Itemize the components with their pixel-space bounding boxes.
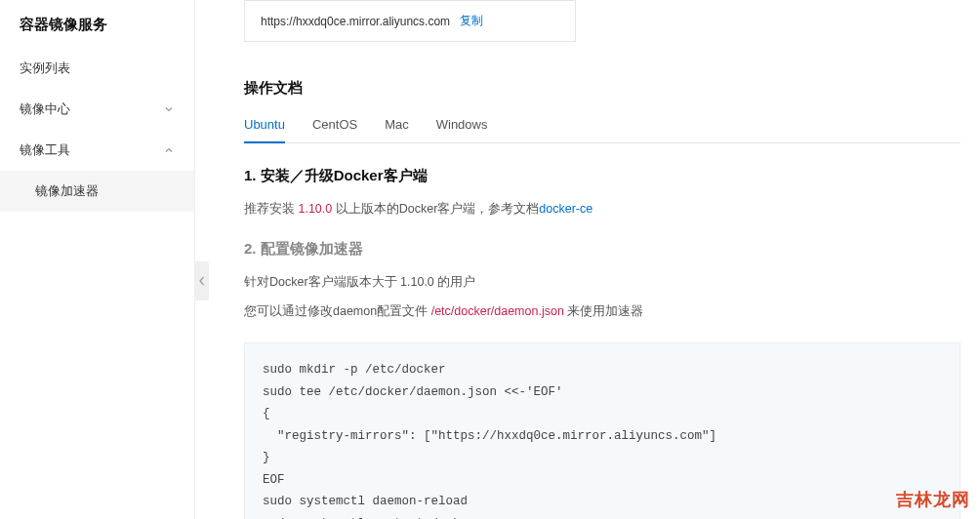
chevron-down-icon [163,103,175,115]
sidebar-item-image-center[interactable]: 镜像中心 [0,89,194,130]
version-text: 1.10.0 [298,202,332,216]
sidebar-sub-accelerator[interactable]: 镜像加速器 [0,171,194,212]
sidebar-item-label: 镜像中心 [20,100,70,118]
sidebar-title: 容器镜像服务 [0,0,194,48]
step1-desc: 推荐安装 1.10.0 以上版本的Docker客户端，参考文档docker-ce [244,199,960,219]
sidebar-item-image-tools[interactable]: 镜像工具 [0,130,194,171]
sidebar-collapse-handle[interactable] [195,261,209,300]
sidebar-item-instances[interactable]: 实例列表 [0,48,194,89]
tab-ubuntu[interactable]: Ubuntu [244,109,285,143]
mirror-url-text: https://hxxdq0ce.mirror.aliyuncs.com [261,15,450,28]
sidebar: 容器镜像服务 实例列表 镜像中心 镜像工具 镜像加速器 [0,0,195,519]
mirror-url-box: https://hxxdq0ce.mirror.aliyuncs.com 复制 [244,0,576,42]
sidebar-sub-label: 镜像加速器 [35,183,99,198]
tab-centos[interactable]: CentOS [312,109,357,143]
tab-mac[interactable]: Mac [385,109,409,143]
config-path: /etc/docker/daemon.json [431,304,564,318]
step1-heading: 1. 安装／升级Docker客户端 [244,167,960,185]
docker-ce-link[interactable]: docker-ce [539,202,592,216]
main-content: https://hxxdq0ce.mirror.aliyuncs.com 复制 … [195,0,980,519]
code-block[interactable]: sudo mkdir -p /etc/docker sudo tee /etc/… [244,342,960,519]
chevron-up-icon [163,144,175,156]
section-title: 操作文档 [244,79,960,98]
step2-heading: 2. 配置镜像加速器 [244,240,960,259]
tab-windows[interactable]: Windows [436,109,488,143]
sidebar-item-label: 实例列表 [20,60,70,77]
sidebar-item-label: 镜像工具 [20,141,70,159]
watermark: 吉林龙网 [896,488,970,511]
os-tabs: Ubuntu CentOS Mac Windows [244,109,960,143]
copy-button[interactable]: 复制 [460,13,483,29]
step2-desc1: 针对Docker客户端版本大于 1.10.0 的用户 [244,272,960,292]
step2-desc2: 您可以通过修改daemon配置文件 /etc/docker/daemon.jso… [244,301,960,321]
